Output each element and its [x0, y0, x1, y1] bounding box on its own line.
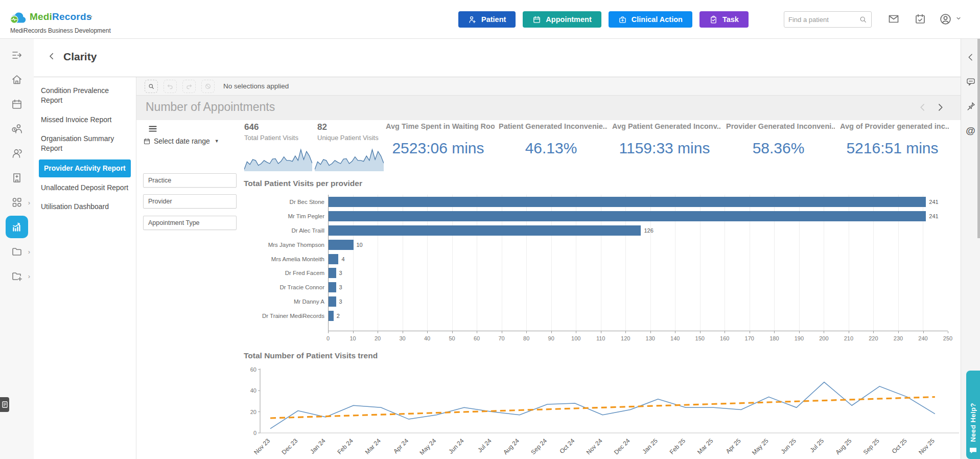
clinical-action-button[interactable]: Clinical Action	[609, 11, 692, 28]
rail-item-organisation[interactable]	[0, 166, 34, 190]
calendar-icon	[6, 93, 28, 116]
report-item[interactable]: Provider Activity Report	[39, 159, 131, 177]
side-panel-handle[interactable]	[0, 397, 9, 412]
selections-search-icon[interactable]	[145, 80, 158, 93]
axis-tick-label: 50	[449, 335, 455, 341]
button-label: Clinical Action	[632, 15, 683, 24]
report-item[interactable]: Missed Invoice Report	[34, 110, 136, 129]
axis-tick	[551, 331, 552, 333]
chevron-right-icon: ›	[28, 199, 30, 206]
report-item[interactable]: Organisation Summary Report	[34, 129, 136, 158]
filter-box-provider[interactable]: Provider	[143, 194, 237, 209]
rail-item-patients[interactable]	[0, 141, 34, 166]
rail-item-reports-chart[interactable]	[0, 215, 34, 239]
search-input[interactable]	[788, 16, 859, 24]
bar-row[interactable]: 3	[329, 280, 948, 294]
bar[interactable]	[329, 197, 926, 207]
mail-icon[interactable]	[888, 13, 900, 25]
waiting-room-icon	[6, 118, 28, 140]
provider-bar-chart[interactable]: 2412411261043332	[328, 195, 948, 331]
bar[interactable]	[329, 254, 338, 264]
bar[interactable]	[329, 240, 354, 250]
svg-text:60: 60	[250, 366, 256, 373]
filter-box-appointment-type[interactable]: Appointment Type	[143, 216, 237, 230]
axis-tick	[898, 331, 899, 333]
organisation-name: MediRecords Business Development	[10, 27, 111, 34]
bar[interactable]	[329, 211, 926, 221]
svg-text:Jul 25: Jul 25	[809, 437, 826, 454]
task-clipboard-icon	[709, 15, 718, 24]
menu-hamburger-icon[interactable]	[148, 124, 158, 134]
user-avatar-icon[interactable]	[939, 13, 952, 26]
axis-tick-label: 120	[621, 335, 630, 341]
chevron-down-icon[interactable]	[955, 15, 962, 21]
date-range-filter[interactable]: Select date range ▼	[143, 137, 219, 145]
bar-row[interactable]: 241	[329, 195, 948, 209]
bar-category-label: Dr Trainer MediRecords	[244, 309, 324, 323]
report-item[interactable]: Utilisation Dashboard	[34, 197, 136, 216]
chevron-down-icon[interactable]	[87, 14, 94, 20]
bar[interactable]	[329, 268, 336, 278]
undo-icon[interactable]	[164, 80, 177, 93]
axis-tick	[427, 331, 428, 333]
kpi-tile: 82Unique Patient Visits	[317, 122, 379, 142]
axis-tick	[526, 331, 527, 333]
bar-row[interactable]: 4	[329, 252, 948, 266]
rail-item-groups[interactable]: ›	[0, 190, 34, 215]
kpi-column: Avg Patient Generated Inconv...1159:33 m…	[612, 122, 721, 157]
appointment-button[interactable]: Appointment	[523, 11, 601, 28]
kpi-value: 2523:06 mins	[386, 140, 491, 157]
clear-selections-icon[interactable]	[201, 80, 215, 93]
kpi-column: Avg Time Spent in Waiting Room2523:06 mi…	[386, 122, 495, 157]
report-item[interactable]: Unallocated Deposit Report	[34, 178, 136, 197]
bar-row[interactable]: 3	[329, 294, 948, 309]
back-chevron-icon[interactable]	[47, 52, 56, 61]
search-icon[interactable]	[859, 15, 867, 24]
axis-tick-label: 230	[894, 335, 903, 341]
rail-item-home[interactable]	[0, 67, 34, 92]
sheet-next-icon[interactable]	[935, 102, 945, 112]
patient-button[interactable]: Patient	[458, 11, 516, 28]
chat-bubble-icon	[969, 447, 977, 454]
kpi-label: Total Patient Visits	[244, 134, 298, 142]
bar-row[interactable]: 241	[329, 209, 948, 223]
axis-tick-label: 170	[745, 335, 754, 341]
redo-icon[interactable]	[182, 80, 196, 93]
task-button[interactable]: Task	[699, 11, 749, 28]
scrollbar-thumb[interactable]	[977, 39, 980, 238]
filter-box-practice[interactable]: Practice	[143, 173, 237, 188]
brand-name: MediRecords	[30, 11, 92, 22]
bar[interactable]	[329, 282, 336, 292]
bar[interactable]	[329, 296, 336, 307]
rail-item-menu-expand[interactable]	[0, 43, 34, 67]
svg-text:Aug 24: Aug 24	[502, 437, 521, 456]
rail-item-waiting-room[interactable]	[0, 117, 34, 141]
main-area: Clarity Condition Prevalence ReportMisse…	[34, 39, 961, 459]
bar-row[interactable]: 2	[329, 309, 948, 323]
rail-item-folder-add[interactable]: ›	[0, 264, 34, 288]
brand-medi: Medi	[30, 11, 52, 22]
bar[interactable]	[329, 225, 641, 236]
rail-item-calendar[interactable]	[0, 92, 34, 117]
sheet-prev-icon[interactable]	[918, 102, 928, 112]
axis-tick-label: 210	[844, 335, 853, 341]
svg-text:Apr 25: Apr 25	[725, 437, 742, 455]
report-item[interactable]: Condition Prevalence Report	[34, 81, 136, 110]
axis-tick-label: 40	[424, 335, 430, 341]
bar-row[interactable]: 10	[329, 238, 948, 252]
button-label: Task	[722, 15, 739, 24]
bar[interactable]	[329, 311, 334, 321]
axis-tick	[824, 331, 824, 333]
axis-tick	[675, 331, 675, 333]
axis-tick	[353, 331, 354, 333]
trend-line-chart[interactable]: 0204060Nov 23Dec 23Jan 24Feb 24Mar 24Apr…	[248, 359, 961, 459]
need-help-tab[interactable]: Need Help?	[966, 371, 980, 459]
axis-tick-label: 90	[548, 335, 554, 341]
bar-row[interactable]: 3	[329, 266, 948, 280]
brand-records: Records	[52, 11, 91, 22]
bar-row[interactable]: 126	[329, 223, 948, 238]
kpi-label: Unique Patient Visits	[317, 134, 379, 142]
rail-item-folder[interactable]: ›	[0, 239, 34, 264]
calendar-check-icon[interactable]	[914, 13, 926, 25]
svg-text:Jun 25: Jun 25	[780, 437, 798, 455]
